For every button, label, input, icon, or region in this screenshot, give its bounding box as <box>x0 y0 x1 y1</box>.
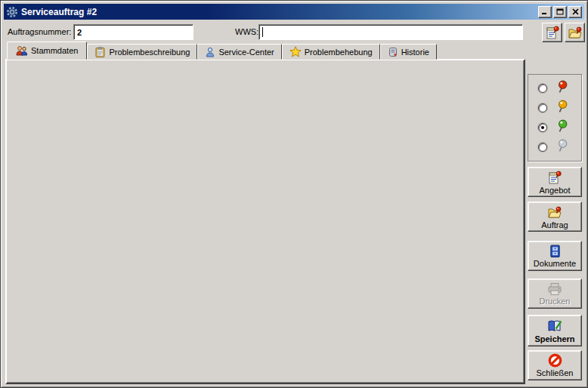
wws-input[interactable] <box>258 24 523 40</box>
people-icon <box>16 45 28 56</box>
printer-icon <box>547 282 562 296</box>
text-caret <box>262 27 263 37</box>
close-icon <box>572 8 579 15</box>
folder-pin-icon <box>568 25 583 40</box>
angebot-label: Angebot <box>540 186 571 195</box>
gear-icon <box>6 6 18 18</box>
pin-yellow-icon <box>557 100 568 114</box>
dokumente-button[interactable]: Dokumente <box>528 241 582 271</box>
service-order-window: Serviceauftrag #2 Auftragsnummer: WWS: <box>0 0 588 388</box>
maximize-button[interactable] <box>553 6 567 18</box>
new-offer-button[interactable] <box>542 23 562 42</box>
tab-historie[interactable]: Historie <box>380 44 437 60</box>
schliessen-label: Schließen <box>537 368 574 377</box>
status-radio-red[interactable] <box>538 84 547 93</box>
cancel-icon <box>548 353 562 368</box>
tab-label: Problembehebung <box>305 48 373 57</box>
agent-icon <box>205 47 215 57</box>
wws-label: WWS: <box>235 27 258 36</box>
tab-label: Historie <box>401 48 429 57</box>
speichern-button[interactable]: Speichern <box>528 315 582 346</box>
maximize-icon <box>556 8 564 15</box>
minimize-icon <box>541 8 549 15</box>
status-radio-yellow[interactable] <box>538 103 547 112</box>
tab-service-center[interactable]: Service-Center <box>197 44 281 60</box>
new-order-button[interactable] <box>565 23 585 42</box>
window-title: Serviceauftrag #2 <box>21 7 537 17</box>
minimize-button[interactable] <box>538 6 552 18</box>
pin-red-icon <box>557 80 568 94</box>
pin-gray-icon <box>557 139 568 153</box>
note-pin-icon <box>547 170 562 185</box>
dokumente-label: Dokumente <box>534 259 576 268</box>
speichern-label: Speichern <box>534 334 574 343</box>
angebot-button[interactable]: Angebot <box>528 167 582 197</box>
tab-stammdaten[interactable]: Stammdaten <box>7 42 87 60</box>
auftragsnummer-label: Auftragsnummer: <box>8 27 71 36</box>
tab-problembehebung[interactable]: Problembehebung <box>282 44 380 60</box>
tab-problembeschreibung[interactable]: Problembeschreibung <box>87 44 197 60</box>
clipboard-icon <box>94 47 106 57</box>
tab-label: Service-Center <box>218 48 274 57</box>
auftragsnummer-input[interactable] <box>73 24 193 40</box>
tab-bar: Stammdaten Problembeschreibung Service-C… <box>7 42 437 60</box>
auftrag-button[interactable]: Auftrag <box>528 202 582 232</box>
status-radio-gray[interactable] <box>538 143 547 152</box>
history-icon <box>388 47 398 57</box>
drucken-label: Drucken <box>540 297 571 306</box>
schliessen-button[interactable]: Schließen <box>528 350 582 380</box>
titlebar: Serviceauftrag #2 <box>4 4 584 20</box>
tab-label: Problembeschreibung <box>109 48 190 57</box>
tab-label: Stammdaten <box>31 46 78 55</box>
pin-green-icon <box>557 119 568 134</box>
archive-cabinet-icon <box>549 245 562 258</box>
note-pin-icon <box>545 25 560 40</box>
close-button[interactable] <box>568 6 582 18</box>
drucken-button[interactable]: Drucken <box>528 279 582 309</box>
stammdaten-panel <box>5 59 525 384</box>
auftrag-label: Auftrag <box>541 220 568 229</box>
status-radio-green[interactable] <box>538 123 547 132</box>
star-icon <box>289 46 302 57</box>
save-book-icon <box>546 319 563 334</box>
folder-pin-icon <box>547 205 562 220</box>
status-groupbox <box>528 74 582 162</box>
